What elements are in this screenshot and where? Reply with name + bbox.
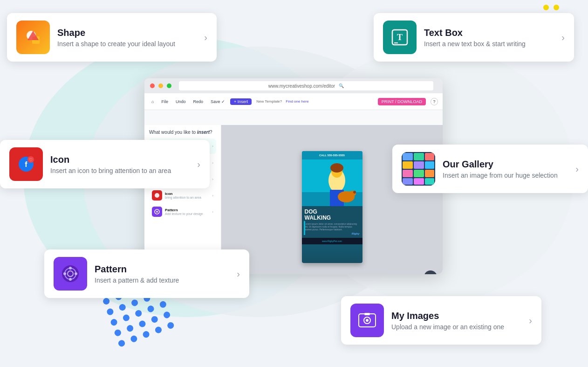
svg-point-26 — [69, 267, 72, 270]
poster-brand-area: Rigby — [305, 232, 360, 235]
insert-panel-title: What would you like to insert? — [149, 130, 216, 135]
textbox-icon: T — [390, 27, 410, 48]
pattern-card-title: Pattern — [95, 264, 226, 275]
svg-rect-11 — [403, 153, 413, 160]
toolbar-file[interactable]: File — [159, 98, 171, 105]
shape-icon — [24, 28, 42, 47]
textbox-card-icon: T — [383, 21, 417, 54]
shape-card[interactable]: Shape Insert a shape to create your idea… — [7, 13, 217, 62]
myimages-card-text: My Images Upload a new image or an exist… — [391, 311, 518, 331]
gallery-card-icon — [402, 152, 435, 186]
gallery-card-desc: Insert an image from our huge selection — [443, 172, 564, 179]
toolbar-find-link[interactable]: Find one here — [286, 99, 308, 104]
browser-dot-green — [167, 83, 171, 88]
poster-website: www.RigbyPet.com — [304, 240, 361, 242]
poster-text-area: DOGWALKING Lorem ipsum dolor sit amet, c… — [302, 206, 362, 238]
pattern-card-arrow[interactable]: › — [237, 269, 240, 279]
shape-card-text: Shape Insert a shape to create your idea… — [57, 28, 193, 48]
browser-bar: www.mycreativeshop.com/editor 🔍 — [144, 78, 443, 93]
myimages-card-arrow[interactable]: › — [529, 315, 532, 326]
svg-point-28 — [63, 272, 66, 275]
browser-url-text: www.mycreativeshop.com/editor — [268, 83, 335, 89]
svg-rect-13 — [425, 153, 434, 160]
textbox-card-arrow[interactable]: › — [561, 32, 565, 43]
myimages-card-desc: Upload a new image or an existing one — [391, 323, 518, 331]
insert-item-icon[interactable]: Icon bring attention to an area › — [149, 188, 216, 203]
zoom-icon — [427, 274, 434, 274]
svg-point-27 — [69, 278, 72, 281]
browser-dot-red — [150, 83, 155, 88]
svg-point-50 — [353, 191, 356, 194]
myimages-card-title: My Images — [391, 311, 518, 321]
insert-item-icon-icon — [152, 190, 162, 201]
svg-rect-21 — [414, 178, 424, 185]
svg-point-32 — [366, 319, 369, 322]
svg-point-29 — [75, 272, 77, 275]
shape-card-title: Shape — [57, 28, 193, 38]
browser-dot-yellow — [158, 83, 163, 88]
pattern-card-text: Pattern Insert a pattern & add texture — [95, 264, 226, 284]
svg-rect-18 — [414, 170, 424, 177]
myimages-icon — [357, 310, 377, 331]
insert-item-icon-text: Icon bring attention to an area — [165, 192, 201, 199]
insert-item-shape-arrow[interactable]: › — [212, 177, 213, 181]
svg-text:T: T — [397, 33, 403, 42]
gallery-card-title: Our Gallery — [443, 159, 564, 170]
poster-image-area — [302, 159, 362, 206]
svg-point-41 — [156, 211, 158, 213]
myimages-card[interactable]: My Images Upload a new image or an exist… — [341, 296, 541, 345]
svg-rect-16 — [425, 161, 434, 169]
gallery-icon — [402, 152, 435, 186]
textbox-card-text: Text Box Insert a new text box & start w… — [424, 28, 550, 48]
icon-card-desc: Insert an icon to bring attention to an … — [50, 167, 186, 174]
toolbar-insert[interactable]: + Insert — [230, 98, 252, 105]
toolbar-save[interactable]: Save ✓ — [208, 98, 227, 105]
svg-text:f: f — [25, 160, 27, 168]
textbox-card[interactable]: T Text Box Insert a new text box & start… — [374, 13, 574, 62]
gallery-card-arrow[interactable]: › — [575, 164, 579, 174]
svg-rect-15 — [414, 161, 424, 169]
toolbar-home[interactable]: ⌂ — [149, 98, 156, 105]
shape-card-icon — [16, 21, 50, 54]
toolbar-undo[interactable]: Undo — [173, 98, 188, 105]
toolbar-redo[interactable]: Redo — [191, 98, 205, 105]
shape-card-arrow[interactable]: › — [204, 32, 207, 43]
svg-rect-17 — [403, 170, 413, 177]
insert-item-pattern-icon — [152, 207, 162, 217]
gallery-card[interactable]: Our Gallery Insert an image from our hug… — [392, 145, 588, 193]
poster-phone: CALL 555-555-5555 — [305, 154, 360, 157]
poster-footer: www.RigbyPet.com — [302, 238, 362, 244]
poster-brand: Rigby — [352, 232, 360, 235]
svg-point-47 — [330, 163, 343, 173]
poster-desc: Lorem ipsum dolor sit amet, consectetur … — [305, 222, 360, 231]
svg-rect-14 — [403, 161, 413, 169]
svg-rect-33 — [364, 313, 370, 315]
poster-title: DOGWALKING — [305, 209, 360, 221]
insert-item-existing-image-arrow[interactable]: › — [212, 161, 213, 165]
browser-url-bar: www.mycreativeshop.com/editor 🔍 — [179, 81, 433, 90]
textbox-card-title: Text Box — [424, 28, 550, 38]
toolbar-help[interactable]: ? — [431, 98, 438, 105]
svg-text:♡: ♡ — [29, 158, 33, 162]
svg-rect-22 — [425, 178, 434, 185]
pattern-icon — [60, 263, 81, 284]
icon-card-text: Icon Insert an icon to bring attention t… — [50, 154, 186, 174]
toolbar-print[interactable]: PRINT / DOWNLOAD — [378, 98, 426, 105]
insert-item-pattern-text: Pattern Add texture to your design — [165, 208, 203, 215]
insert-item-textbox-arrow[interactable]: › — [212, 144, 213, 148]
icon-card-arrow[interactable]: › — [197, 159, 200, 170]
zoom-button[interactable] — [424, 270, 437, 274]
svg-rect-20 — [403, 178, 413, 185]
textbox-card-desc: Insert a new text box & start writing — [424, 40, 550, 48]
icon-card-title: Icon — [50, 154, 186, 165]
insert-item-pattern-arrow[interactable]: › — [212, 210, 213, 214]
pattern-card-icon — [54, 257, 87, 291]
icon-card[interactable]: f ♡ Icon Insert an icon to bring attenti… — [0, 140, 210, 188]
insert-item-icon-arrow[interactable]: › — [212, 194, 213, 198]
insert-item-pattern[interactable]: Pattern Add texture to your design › — [149, 204, 216, 219]
pattern-card[interactable]: Pattern Insert a pattern & add texture › — [44, 249, 249, 298]
myimages-card-icon — [350, 304, 384, 337]
pattern-card-desc: Insert a pattern & add texture — [95, 277, 226, 284]
icon-card-icon: f ♡ — [9, 147, 43, 181]
canvas-poster: CALL 555-555-5555 — [302, 151, 362, 263]
